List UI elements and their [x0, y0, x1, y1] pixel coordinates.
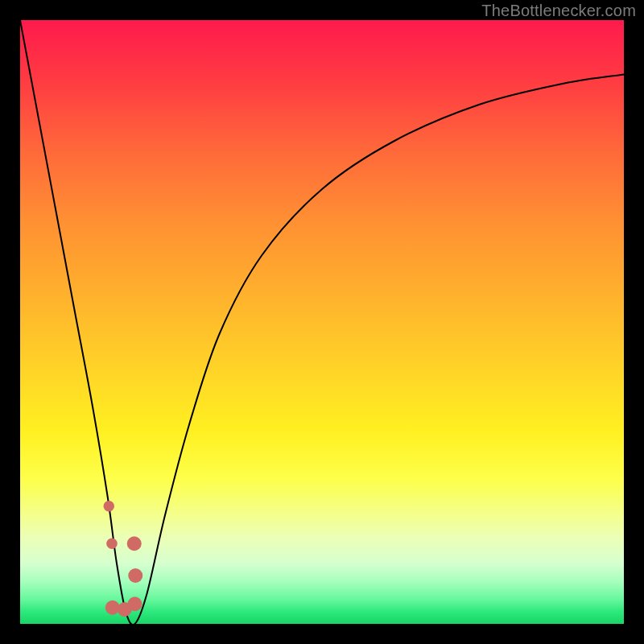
bottleneck-curve [20, 20, 624, 624]
marker-j-bottom-2 [105, 601, 120, 615]
marker-dot-upper [104, 501, 115, 512]
marker-j-mid [128, 568, 142, 583]
bottleneck-curve-path [20, 20, 624, 624]
marker-j-top [127, 536, 142, 551]
chart-svg [20, 20, 624, 624]
chart-frame: TheBottlenecker.com [0, 0, 644, 644]
plot-area [20, 20, 624, 624]
marker-dot-lower [106, 539, 118, 550]
watermark-text: TheBottlenecker.com [481, 2, 636, 20]
